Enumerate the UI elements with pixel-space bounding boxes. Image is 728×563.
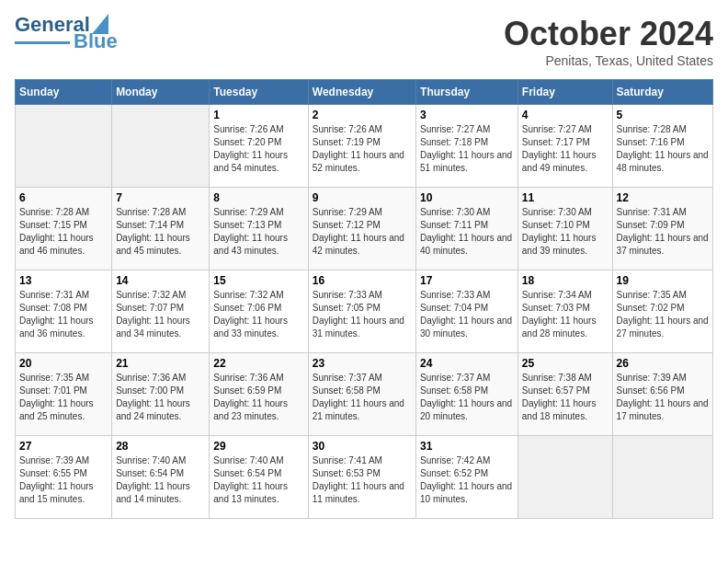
day-number: 12 [617,191,709,204]
header-day-saturday: Saturday [612,80,712,105]
day-detail: Sunrise: 7:35 AMSunset: 7:01 PMDaylight:… [19,372,108,423]
day-number: 29 [213,440,303,453]
day-detail: Sunrise: 7:38 AMSunset: 6:57 PMDaylight:… [522,372,609,423]
day-number: 21 [116,357,205,370]
day-detail: Sunrise: 7:36 AMSunset: 6:59 PMDaylight:… [213,372,303,423]
day-detail: Sunrise: 7:31 AMSunset: 7:09 PMDaylight:… [617,206,709,258]
day-detail: Sunrise: 7:26 AMSunset: 7:19 PMDaylight:… [313,123,412,175]
day-detail: Sunrise: 7:26 AMSunset: 7:20 PMDaylight:… [213,123,303,175]
day-detail: Sunrise: 7:37 AMSunset: 6:58 PMDaylight:… [313,372,412,423]
day-detail: Sunrise: 7:33 AMSunset: 7:05 PMDaylight:… [313,289,412,340]
logo-blue-text: Blue [74,31,118,52]
calendar-cell: 13Sunrise: 7:31 AMSunset: 7:08 PMDayligh… [16,270,112,353]
day-number: 25 [522,357,609,370]
day-number: 19 [617,274,709,287]
calendar-cell: 28Sunrise: 7:40 AMSunset: 6:54 PMDayligh… [112,436,210,519]
day-detail: Sunrise: 7:28 AMSunset: 7:14 PMDaylight:… [116,206,205,258]
calendar-subtitle: Penitas, Texas, United States [504,53,713,68]
calendar-cell: 19Sunrise: 7:35 AMSunset: 7:02 PMDayligh… [612,270,712,353]
calendar-cell: 20Sunrise: 7:35 AMSunset: 7:01 PMDayligh… [16,353,112,436]
calendar-cell: 3Sunrise: 7:27 AMSunset: 7:18 PMDaylight… [416,105,518,188]
calendar-cell: 23Sunrise: 7:37 AMSunset: 6:58 PMDayligh… [308,353,415,436]
calendar-cell: 4Sunrise: 7:27 AMSunset: 7:17 PMDaylight… [518,105,612,188]
day-number: 10 [420,191,514,204]
calendar-cell: 16Sunrise: 7:33 AMSunset: 7:05 PMDayligh… [308,270,415,353]
day-detail: Sunrise: 7:40 AMSunset: 6:54 PMDaylight:… [116,454,205,506]
calendar-cell: 8Sunrise: 7:29 AMSunset: 7:13 PMDaylight… [210,188,308,270]
day-detail: Sunrise: 7:33 AMSunset: 7:04 PMDaylight:… [420,289,514,340]
day-number: 5 [617,109,709,121]
day-detail: Sunrise: 7:32 AMSunset: 7:07 PMDaylight:… [116,289,205,340]
calendar-table: SundayMondayTuesdayWednesdayThursdayFrid… [15,79,713,519]
day-number: 26 [617,357,709,370]
logo-underline [15,41,70,44]
calendar-cell: 31Sunrise: 7:42 AMSunset: 6:52 PMDayligh… [416,436,518,519]
day-number: 31 [420,440,514,453]
day-number: 30 [313,440,412,453]
calendar-cell: 5Sunrise: 7:28 AMSunset: 7:16 PMDaylight… [612,105,712,188]
page-header: General Blue October 2024 Penitas, Texas… [15,15,713,68]
calendar-cell: 6Sunrise: 7:28 AMSunset: 7:15 PMDaylight… [16,188,112,270]
day-detail: Sunrise: 7:31 AMSunset: 7:08 PMDaylight:… [19,289,108,340]
header-day-wednesday: Wednesday [308,80,415,105]
calendar-cell: 27Sunrise: 7:39 AMSunset: 6:55 PMDayligh… [16,436,112,519]
header-day-monday: Monday [112,80,210,105]
logo: General Blue [15,15,118,52]
day-detail: Sunrise: 7:42 AMSunset: 6:52 PMDaylight:… [420,454,514,506]
calendar-cell: 14Sunrise: 7:32 AMSunset: 7:07 PMDayligh… [112,270,210,353]
calendar-week-row: 6Sunrise: 7:28 AMSunset: 7:15 PMDaylight… [16,188,713,270]
day-number: 24 [420,357,514,370]
calendar-cell: 7Sunrise: 7:28 AMSunset: 7:14 PMDaylight… [112,188,210,270]
day-number: 2 [313,109,412,121]
day-detail: Sunrise: 7:30 AMSunset: 7:11 PMDaylight:… [420,206,514,258]
day-detail: Sunrise: 7:40 AMSunset: 6:54 PMDaylight:… [213,454,303,506]
calendar-cell: 25Sunrise: 7:38 AMSunset: 6:57 PMDayligh… [518,353,612,436]
day-number: 15 [213,274,303,287]
day-number: 14 [116,274,205,287]
calendar-cell [612,436,712,519]
calendar-cell: 30Sunrise: 7:41 AMSunset: 6:53 PMDayligh… [308,436,415,519]
calendar-cell: 15Sunrise: 7:32 AMSunset: 7:06 PMDayligh… [210,270,308,353]
day-number: 9 [313,191,412,204]
calendar-header-row: SundayMondayTuesdayWednesdayThursdayFrid… [16,80,713,105]
day-number: 27 [19,440,108,453]
calendar-cell: 21Sunrise: 7:36 AMSunset: 7:00 PMDayligh… [112,353,210,436]
calendar-cell: 12Sunrise: 7:31 AMSunset: 7:09 PMDayligh… [612,188,712,270]
day-number: 16 [313,274,412,287]
calendar-cell: 22Sunrise: 7:36 AMSunset: 6:59 PMDayligh… [210,353,308,436]
day-detail: Sunrise: 7:35 AMSunset: 7:02 PMDaylight:… [617,289,709,340]
day-number: 22 [213,357,303,370]
header-day-thursday: Thursday [416,80,518,105]
calendar-cell: 1Sunrise: 7:26 AMSunset: 7:20 PMDaylight… [210,105,308,188]
calendar-cell [112,105,210,188]
header-day-friday: Friday [518,80,612,105]
day-detail: Sunrise: 7:28 AMSunset: 7:16 PMDaylight:… [617,123,709,175]
header-day-tuesday: Tuesday [210,80,308,105]
calendar-cell: 17Sunrise: 7:33 AMSunset: 7:04 PMDayligh… [416,270,518,353]
calendar-cell: 10Sunrise: 7:30 AMSunset: 7:11 PMDayligh… [416,188,518,270]
day-detail: Sunrise: 7:37 AMSunset: 6:58 PMDaylight:… [420,372,514,423]
day-detail: Sunrise: 7:39 AMSunset: 6:55 PMDaylight:… [19,454,108,506]
day-number: 3 [420,109,514,121]
day-number: 6 [19,191,108,204]
day-detail: Sunrise: 7:41 AMSunset: 6:53 PMDaylight:… [313,454,412,506]
calendar-cell [16,105,112,188]
calendar-cell: 9Sunrise: 7:29 AMSunset: 7:12 PMDaylight… [308,188,415,270]
day-number: 17 [420,274,514,287]
day-number: 20 [19,357,108,370]
title-block: October 2024 Penitas, Texas, United Stat… [504,15,713,68]
day-number: 11 [522,191,609,204]
calendar-week-row: 20Sunrise: 7:35 AMSunset: 7:01 PMDayligh… [16,353,713,436]
calendar-week-row: 27Sunrise: 7:39 AMSunset: 6:55 PMDayligh… [16,436,713,519]
calendar-cell [518,436,612,519]
calendar-cell: 24Sunrise: 7:37 AMSunset: 6:58 PMDayligh… [416,353,518,436]
calendar-cell: 11Sunrise: 7:30 AMSunset: 7:10 PMDayligh… [518,188,612,270]
day-detail: Sunrise: 7:29 AMSunset: 7:13 PMDaylight:… [213,206,303,258]
day-detail: Sunrise: 7:30 AMSunset: 7:10 PMDaylight:… [522,206,609,258]
calendar-cell: 2Sunrise: 7:26 AMSunset: 7:19 PMDaylight… [308,105,415,188]
calendar-week-row: 13Sunrise: 7:31 AMSunset: 7:08 PMDayligh… [16,270,713,353]
day-detail: Sunrise: 7:36 AMSunset: 7:00 PMDaylight:… [116,372,205,423]
header-day-sunday: Sunday [16,80,112,105]
day-detail: Sunrise: 7:28 AMSunset: 7:15 PMDaylight:… [19,206,108,258]
day-detail: Sunrise: 7:39 AMSunset: 6:56 PMDaylight:… [617,372,709,423]
